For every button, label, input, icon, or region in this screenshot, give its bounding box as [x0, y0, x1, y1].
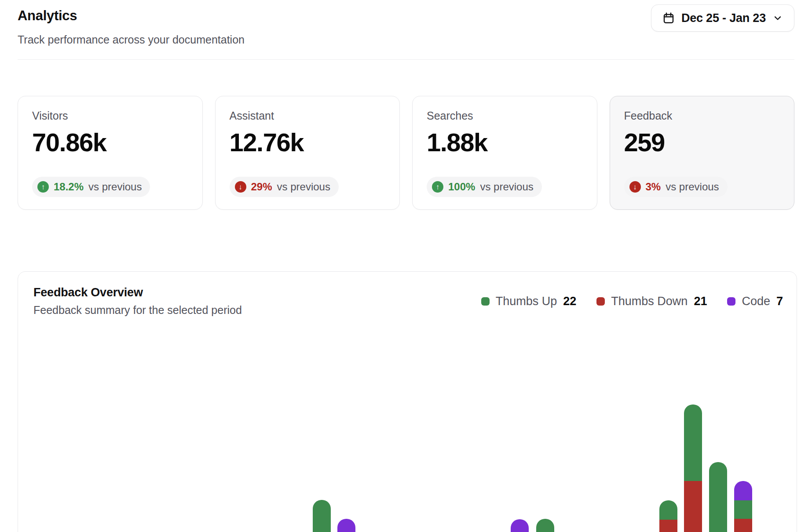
trend-text: vs previous	[480, 181, 533, 193]
trend-percent: 100%	[448, 181, 475, 193]
trend-arrow-icon: ↑	[432, 181, 443, 193]
bar-segment-code	[511, 519, 529, 532]
date-range-picker[interactable]: Dec 25 - Jan 23	[651, 4, 794, 32]
header-divider	[18, 59, 794, 60]
trend-text: vs previous	[88, 181, 142, 193]
bar-segment-thumbs_down	[659, 520, 677, 532]
stat-cards-row: Visitors 70.86k ↑ 18.2% vs previous Assi…	[18, 96, 794, 210]
analytics-page: Analytics Track performance across your …	[0, 0, 812, 532]
bar-segment-code	[734, 481, 752, 500]
trend-percent: 29%	[251, 181, 272, 193]
chevron-down-icon	[772, 12, 783, 24]
stat-value: 70.86k	[32, 128, 188, 157]
bar-segment-thumbs_up	[536, 519, 554, 532]
bar-segment-thumbs_down	[684, 481, 702, 532]
bar-segment-thumbs_up	[313, 500, 331, 532]
bar-segment-code	[337, 519, 355, 532]
stat-value: 259	[624, 128, 780, 157]
trend-badge: ↑ 100% vs previous	[427, 177, 542, 197]
trend-percent: 18.2%	[54, 181, 84, 193]
trend-arrow-icon: ↑	[37, 181, 49, 193]
trend-badge: ↑ 18.2% vs previous	[32, 177, 150, 197]
trend-badge: ↓ 3% vs previous	[624, 177, 728, 197]
bar-segment-thumbs_down	[734, 519, 752, 532]
page-subtitle: Track performance across your documentat…	[18, 33, 794, 46]
calendar-icon	[662, 11, 675, 25]
date-range-label: Dec 25 - Jan 23	[681, 11, 766, 25]
trend-badge: ↓ 29% vs previous	[230, 177, 339, 197]
trend-text: vs previous	[277, 181, 330, 193]
stat-label: Visitors	[32, 109, 188, 122]
stat-label: Assistant	[230, 109, 386, 122]
stat-label: Feedback	[624, 109, 780, 122]
stat-value: 12.76k	[230, 128, 386, 157]
trend-arrow-icon: ↓	[629, 181, 641, 193]
trend-arrow-icon: ↓	[235, 181, 246, 193]
trend-text: vs previous	[666, 181, 719, 193]
stat-card-visitors[interactable]: Visitors 70.86k ↑ 18.2% vs previous	[18, 96, 203, 210]
feedback-chart-region	[18, 272, 797, 532]
bar-segment-thumbs_up	[684, 404, 702, 481]
stat-card-assistant[interactable]: Assistant 12.76k ↓ 29% vs previous	[215, 96, 400, 210]
feedback-overview-card: Feedback Overview Feedback summary for t…	[18, 271, 797, 532]
page-header: Analytics Track performance across your …	[18, 0, 794, 46]
trend-percent: 3%	[646, 181, 661, 193]
bar-segment-thumbs_up	[734, 500, 752, 519]
stat-label: Searches	[427, 109, 583, 122]
stat-value: 1.88k	[427, 128, 583, 157]
bar-segment-thumbs_up	[709, 462, 727, 532]
stat-card-feedback[interactable]: Feedback 259 ↓ 3% vs previous	[610, 96, 795, 210]
bar-segment-thumbs_up	[659, 500, 677, 520]
stat-card-searches[interactable]: Searches 1.88k ↑ 100% vs previous	[412, 96, 597, 210]
